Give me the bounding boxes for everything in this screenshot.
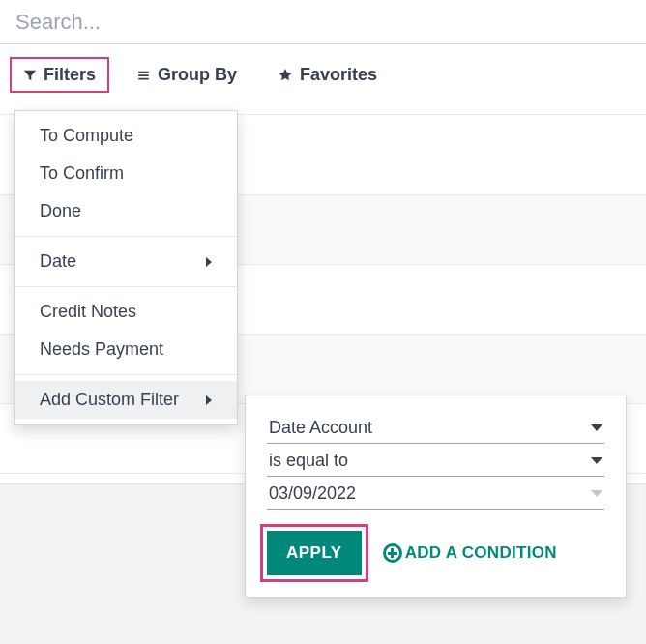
filter-option-done[interactable]: Done [15,192,237,230]
filter-option-add-custom[interactable]: Add Custom Filter [15,381,237,419]
chevron-down-icon [591,457,602,464]
funnel-icon [23,69,37,82]
filter-option-label: Needs Payment [40,339,163,360]
custom-filter-actions: APPLY ADD A CONDITION [267,531,604,575]
filter-option-label: Add Custom Filter [40,390,179,410]
filters-dropdown: To Compute To Confirm Done Date Credit N… [14,110,238,425]
filter-option-label: Done [40,201,81,221]
chevron-right-icon [206,395,212,405]
filters-label: Filters [44,65,96,85]
filter-option-needs-payment[interactable]: Needs Payment [15,331,237,368]
filter-option-to-confirm[interactable]: To Confirm [15,155,237,192]
favorites-label: Favorites [300,65,377,85]
plus-circle-icon [383,543,402,563]
filter-value: 03/09/2022 [269,483,356,504]
menu-separator [15,236,237,237]
filter-option-label: To Compute [40,126,133,146]
search-input[interactable] [15,10,634,35]
filter-option-to-compute[interactable]: To Compute [15,117,237,155]
custom-filter-field-select[interactable]: Date Account [267,413,604,444]
operator-value: is equal to [269,451,348,471]
menu-separator [15,286,237,287]
star-icon [278,68,293,82]
chevron-right-icon [206,257,212,267]
filters-button[interactable]: Filters [10,57,109,93]
groupby-label: Group By [158,65,237,85]
menu-separator [15,374,237,375]
search-bar [0,0,646,44]
filter-option-label: To Confirm [40,163,124,184]
filter-option-label: Credit Notes [40,302,136,322]
filter-option-date[interactable]: Date [15,243,237,280]
filter-option-credit-notes[interactable]: Credit Notes [15,293,237,331]
filter-option-label: Date [40,251,76,272]
groupby-button[interactable]: Group By [123,57,250,93]
add-condition-button[interactable]: ADD A CONDITION [383,543,557,563]
chevron-down-icon [591,490,602,497]
list-icon [136,69,151,82]
chevron-down-icon [591,424,602,431]
field-value: Date Account [269,418,372,438]
custom-filter-operator-select[interactable]: is equal to [267,446,604,477]
favorites-button[interactable]: Favorites [264,57,391,93]
custom-filter-value-input[interactable]: 03/09/2022 [267,479,604,510]
apply-button[interactable]: APPLY [267,531,362,575]
custom-filter-panel: Date Account is equal to 03/09/2022 APPL… [245,395,627,598]
add-condition-label: ADD A CONDITION [405,543,557,563]
search-toolbar: Filters Group By Favorites [0,44,646,115]
